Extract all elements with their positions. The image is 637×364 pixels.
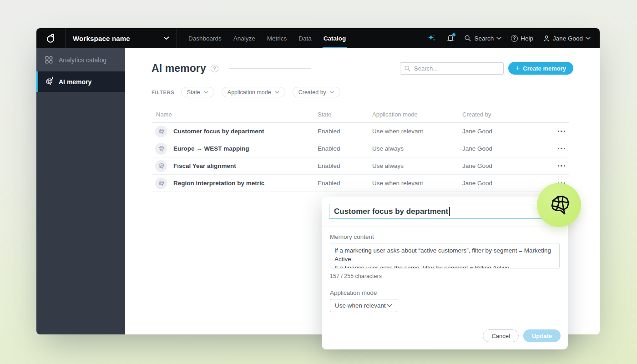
topbar-right-controls: Search ? Help Jane Good [427, 28, 600, 48]
page-title: AI memory [152, 62, 206, 75]
memory-content-textarea[interactable]: If a marketing user asks about “active c… [330, 243, 560, 268]
global-search[interactable]: Search [464, 35, 501, 42]
filters-label: FILTERS [152, 90, 175, 95]
row-menu-button[interactable] [556, 127, 567, 136]
notifications-button[interactable] [446, 34, 455, 43]
nav-catalog[interactable]: Catalog [324, 28, 346, 48]
chevron-down-icon [204, 91, 208, 94]
user-menu[interactable]: Jane Good [543, 35, 591, 42]
memory-search-input[interactable] [414, 65, 500, 72]
memory-mode: Use when relevant [372, 128, 462, 135]
plus-icon: + [516, 64, 520, 72]
filter-created-by[interactable]: Created by [293, 87, 340, 97]
help-icon: ? [511, 35, 518, 42]
page-help-icon[interactable]: ? [211, 65, 218, 72]
chevron-down-icon [275, 91, 279, 94]
memory-name: Europe → WEST mapping [173, 145, 249, 152]
sidebar-item-ai-memory[interactable]: AI memory [36, 71, 125, 92]
memory-icon [155, 126, 167, 137]
memory-state: Enabled [318, 145, 372, 152]
workspace-switcher[interactable]: Workspace name [66, 28, 177, 48]
filter-state[interactable]: State [181, 87, 214, 97]
update-button[interactable]: Update [523, 329, 561, 342]
sidebar-item-label: Analytics catalog [59, 56, 106, 64]
col-name: Name [152, 111, 318, 118]
ai-assistant-button[interactable] [427, 33, 437, 43]
memory-title-value: Customer focus by department [334, 207, 448, 216]
chevron-down-icon [163, 36, 169, 40]
memory-name: Fiscal Year alignment [173, 162, 236, 169]
memory-icon [155, 160, 167, 172]
col-state: State [318, 111, 372, 118]
table-header: Name State Application mode Created by [152, 106, 569, 123]
memory-state: Enabled [318, 162, 372, 169]
filters-bar: FILTERS State Application mode Created b… [152, 87, 573, 97]
memory-mode: Use always [372, 145, 462, 152]
workspace-name: Workspace name [73, 35, 130, 42]
gooddata-logo-icon [45, 32, 57, 44]
memory-name: Region interpretation by metric [173, 180, 264, 187]
memory-state: Enabled [318, 128, 372, 135]
col-created-by: Created by [462, 111, 551, 118]
chevron-down-icon [387, 304, 392, 308]
search-label: Search [474, 35, 494, 42]
sidebar: Analytics catalog AI memory [36, 48, 125, 334]
memory-mode: Use when relevant [372, 180, 462, 187]
row-menu-button[interactable] [556, 144, 567, 153]
row-menu-button[interactable] [556, 162, 567, 171]
nav-data[interactable]: Data [298, 28, 312, 48]
search-icon [404, 65, 411, 72]
table-row[interactable]: Fiscal Year alignment Enabled Use always… [152, 157, 569, 175]
application-mode-value: Use when relevant [335, 302, 386, 309]
nav-metrics[interactable]: Metrics [267, 28, 287, 48]
filter-label: Created by [298, 89, 326, 96]
filter-label: State [187, 89, 200, 96]
user-icon [543, 35, 550, 42]
cancel-button[interactable]: Cancel [483, 329, 518, 342]
grid-icon [45, 56, 53, 64]
ai-memory-badge [537, 183, 581, 227]
memory-icon [155, 143, 167, 155]
gooddata-logo[interactable] [36, 28, 66, 48]
main-nav: Dashboards Analyze Metrics Data Catalog [188, 28, 346, 48]
memory-content-label: Memory content [330, 233, 560, 240]
brain-sparkle-icon [45, 77, 53, 86]
brain-icon [546, 192, 572, 218]
help-menu[interactable]: ? Help [511, 35, 533, 42]
table-row[interactable]: Region interpretation by metric Enabled … [152, 175, 569, 192]
memory-created-by: Jane Good [462, 180, 551, 187]
nav-analyze[interactable]: Analyze [233, 28, 255, 48]
memory-mode: Use always [372, 162, 462, 169]
header-divider [229, 68, 311, 69]
filter-application-mode[interactable]: Application mode [222, 87, 285, 97]
memory-created-by: Jane Good [462, 128, 551, 135]
chevron-down-icon [586, 37, 591, 40]
user-name: Jane Good [553, 35, 583, 42]
chevron-down-icon [496, 37, 501, 40]
memory-table: Name State Application mode Created by C… [152, 106, 569, 192]
top-navigation-bar: Workspace name Dashboards Analyze Metric… [36, 28, 600, 48]
application-mode-select[interactable]: Use when relevant [330, 299, 397, 312]
search-icon [464, 35, 471, 42]
memory-name: Customer focus by department [173, 128, 264, 135]
edit-memory-dialog: Customer focus by department Memory cont… [322, 197, 568, 349]
sparkle-icon [427, 33, 437, 43]
col-application-mode: Application mode [372, 111, 462, 118]
create-memory-button[interactable]: + Create memory [508, 62, 573, 75]
table-row[interactable]: Europe → WEST mapping Enabled Use always… [152, 140, 569, 157]
memory-icon [155, 177, 167, 189]
application-mode-label: Application mode [330, 289, 560, 296]
sidebar-item-analytics-catalog[interactable]: Analytics catalog [36, 48, 125, 71]
memory-created-by: Jane Good [462, 145, 551, 152]
memory-title-input[interactable]: Customer focus by department [329, 204, 561, 219]
sidebar-item-label: AI memory [59, 78, 91, 86]
chevron-down-icon [330, 91, 334, 94]
help-label: Help [521, 35, 533, 42]
table-row[interactable]: Customer focus by department Enabled Use… [152, 123, 569, 140]
notification-dot [452, 33, 455, 36]
filter-label: Application mode [228, 89, 271, 96]
memory-state: Enabled [318, 180, 372, 187]
memory-search-box [400, 62, 504, 75]
nav-dashboards[interactable]: Dashboards [188, 28, 222, 48]
create-memory-label: Create memory [523, 65, 566, 72]
